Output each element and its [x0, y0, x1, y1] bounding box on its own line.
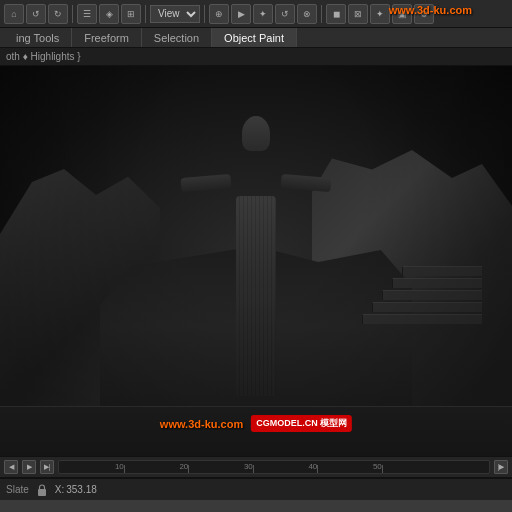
statue-arm-left — [180, 174, 231, 192]
lock-icon-wrapper — [37, 484, 47, 496]
ground — [0, 406, 512, 456]
lock-icon — [37, 484, 47, 496]
statue — [211, 116, 301, 396]
timeline-end[interactable]: |▶ — [494, 460, 508, 474]
toolbar-icon-material[interactable]: ⊠ — [348, 4, 368, 24]
coord-display: X: 353.18 — [55, 484, 97, 495]
toolbar-icon-cameras[interactable]: ▣ — [392, 4, 412, 24]
status-bar-top: oth ♦ Highlights } — [0, 48, 512, 66]
toolbar-icon-rotate[interactable]: ↺ — [275, 4, 295, 24]
toolbar-icon-snap[interactable]: ⊕ — [209, 4, 229, 24]
stairs — [362, 256, 482, 356]
status-mode-label: Slate — [6, 484, 29, 495]
timeline-play[interactable]: ▶ — [22, 460, 36, 474]
toolbar-icon-lights[interactable]: ✦ — [370, 4, 390, 24]
viewport[interactable]: www.3d-ku.com CGMODEL.CN 模型网 — [0, 66, 512, 456]
statue-head — [242, 116, 270, 151]
tab-bar: ing Tools Freeform Selection Object Pain… — [0, 28, 512, 48]
timeline-ruler: 10 20 30 40 50 — [59, 461, 489, 473]
toolbar-icon-open[interactable]: ◈ — [99, 4, 119, 24]
bottom-bar: Slate X: 353.18 — [0, 478, 512, 500]
status-item-mode: Slate — [6, 484, 29, 495]
toolbar-separator-2 — [145, 5, 146, 23]
statue-body — [236, 196, 276, 396]
toolbar-separator-1 — [72, 5, 73, 23]
top-toolbar: ⌂ ↺ ↻ ☰ ◈ ⊞ View ⊕ ▶ ✦ ↺ ⊗ ◼ ⊠ ✦ ▣ ⚙ www… — [0, 0, 512, 28]
status-text: oth ♦ Highlights } — [6, 51, 81, 62]
toolbar-icon-redo[interactable]: ↻ — [48, 4, 68, 24]
view-dropdown[interactable]: View — [150, 5, 200, 23]
statue-arm-right — [280, 174, 331, 192]
tab-ing-tools[interactable]: ing Tools — [4, 28, 72, 47]
toolbar-icon-home[interactable]: ⌂ — [4, 4, 24, 24]
toolbar-separator-3 — [204, 5, 205, 23]
svg-rect-0 — [38, 489, 46, 496]
timeline-next[interactable]: ▶| — [40, 460, 54, 474]
tab-object-paint[interactable]: Object Paint — [212, 28, 297, 47]
timeline-track[interactable]: 10 20 30 40 50 — [58, 460, 490, 474]
toolbar-separator-4 — [321, 5, 322, 23]
toolbar-icon-new[interactable]: ☰ — [77, 4, 97, 24]
toolbar-icon-save[interactable]: ⊞ — [121, 4, 141, 24]
toolbar-icon-scale[interactable]: ⊗ — [297, 4, 317, 24]
coord-x-label: X: — [55, 484, 64, 495]
coord-x-value: 353.18 — [66, 484, 97, 495]
toolbar-icon-select[interactable]: ▶ — [231, 4, 251, 24]
tab-selection[interactable]: Selection — [142, 28, 212, 47]
timeline: ◀ ▶ ▶| 10 20 30 40 50 |▶ — [0, 456, 512, 478]
tab-freeform[interactable]: Freeform — [72, 28, 142, 47]
toolbar-icon-move[interactable]: ✦ — [253, 4, 273, 24]
toolbar-icon-render[interactable]: ◼ — [326, 4, 346, 24]
toolbar-icon-settings[interactable]: ⚙ — [414, 4, 434, 24]
toolbar-icon-undo[interactable]: ↺ — [26, 4, 46, 24]
timeline-prev[interactable]: ◀ — [4, 460, 18, 474]
